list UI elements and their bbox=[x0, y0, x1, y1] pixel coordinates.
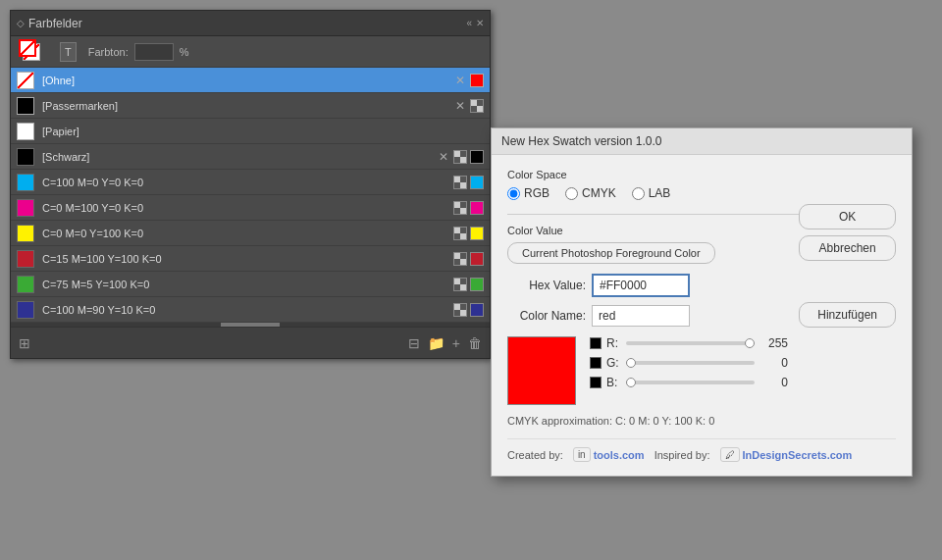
swatch-row[interactable]: [Schwarz] ✕ bbox=[11, 144, 490, 170]
sliders-area: R: 255 G: 0 bbox=[590, 336, 788, 395]
color-value-label: Color Value bbox=[507, 225, 788, 236]
fill-stroke-area bbox=[19, 39, 50, 65]
swatch-name: [Ohne] bbox=[42, 75, 453, 86]
swatch-row[interactable]: C=100 M=90 Y=10 K=0 bbox=[11, 297, 490, 323]
swatch-color-none bbox=[17, 72, 34, 89]
new-swatch-icon[interactable]: 📁 bbox=[428, 335, 445, 351]
cancel-button[interactable]: Abbrechen bbox=[799, 235, 896, 261]
creator-link[interactable]: tools.com bbox=[594, 449, 645, 461]
swatch-grid-icon bbox=[453, 176, 467, 189]
inspirer-logo: 🖊 InDesignSecrets.com bbox=[720, 447, 853, 462]
swatch-icons: ✕ bbox=[453, 74, 484, 87]
swatch-color bbox=[17, 301, 34, 319]
radio-lab[interactable]: LAB bbox=[632, 186, 671, 200]
g-thumb[interactable] bbox=[626, 358, 636, 368]
swatch-grid-icon bbox=[453, 201, 467, 215]
r-track[interactable] bbox=[626, 341, 755, 345]
swatch-row[interactable]: [Ohne] ✕ bbox=[11, 68, 490, 93]
creator-badge: in bbox=[573, 447, 591, 462]
farbfelder-panel: ◇ Farbfelder « ✕ T Farbton: % [Ohne] ✕ bbox=[10, 10, 491, 359]
swatch-row[interactable]: C=100 M=0 Y=0 K=0 bbox=[11, 170, 490, 195]
swatch-row[interactable]: C=75 M=5 Y=100 K=0 bbox=[11, 272, 490, 297]
swatch-color-icon bbox=[470, 227, 484, 240]
farbton-label: Farbton: bbox=[88, 46, 129, 58]
swatch-name: C=100 M=0 Y=0 K=0 bbox=[42, 177, 453, 188]
b-color-box bbox=[590, 377, 602, 388]
swatch-row[interactable]: [Papier] bbox=[11, 119, 490, 144]
add-button[interactable]: Hinzufügen bbox=[799, 302, 896, 328]
swatch-color-icon bbox=[470, 252, 484, 266]
radio-rgb-input[interactable] bbox=[507, 187, 520, 200]
footer-right: ⊟ 📁 + 🗑 bbox=[408, 335, 482, 351]
radio-cmyk[interactable]: CMYK bbox=[565, 186, 616, 200]
swatch-color-icon bbox=[470, 201, 484, 215]
swatch-name: C=0 M=100 Y=0 K=0 bbox=[42, 202, 453, 214]
new-group-icon[interactable]: ⊟ bbox=[408, 335, 420, 351]
swatch-color bbox=[17, 225, 34, 242]
ok-button[interactable]: OK bbox=[799, 204, 896, 229]
dialog-title: New Hex Swatch version 1.0.0 bbox=[501, 134, 661, 148]
inspirer-badge: 🖊 bbox=[720, 447, 740, 462]
swatch-icons bbox=[453, 278, 484, 291]
swatch-color bbox=[17, 199, 34, 217]
swatch-name: C=75 M=5 Y=100 K=0 bbox=[42, 279, 453, 290]
swatch-name: [Passermarken] bbox=[42, 100, 453, 112]
swatch-grid-icon bbox=[453, 278, 467, 291]
swatch-icons bbox=[453, 227, 484, 240]
slider-row-g: G: 0 bbox=[590, 356, 788, 370]
swatch-row[interactable]: [Passermarken] ✕ bbox=[11, 93, 490, 119]
delete-swatch-icon[interactable]: 🗑 bbox=[468, 335, 482, 351]
swatch-color-icon bbox=[470, 278, 484, 291]
swatch-color bbox=[17, 174, 34, 191]
swatch-row[interactable]: C=0 M=0 Y=100 K=0 bbox=[11, 221, 490, 246]
panel-pages-icon[interactable]: ⊞ bbox=[19, 335, 30, 351]
created-by-label: Created by: bbox=[507, 449, 563, 461]
swatch-x-icon: ✕ bbox=[453, 99, 467, 113]
swatch-name: C=100 M=90 Y=10 K=0 bbox=[42, 304, 453, 316]
r-thumb[interactable] bbox=[745, 338, 755, 348]
color-name-label: Color Name: bbox=[507, 309, 586, 323]
name-field-row: Color Name: bbox=[507, 305, 788, 327]
b-thumb[interactable] bbox=[626, 378, 636, 387]
collapse-icon[interactable]: « bbox=[466, 18, 472, 28]
swatch-row[interactable]: C=0 M=100 Y=0 K=0 bbox=[11, 195, 490, 221]
g-track[interactable] bbox=[626, 361, 755, 365]
b-value: 0 bbox=[760, 376, 788, 389]
percent-input[interactable] bbox=[134, 43, 174, 61]
color-preview-section: R: 255 G: 0 bbox=[507, 336, 788, 405]
fill-color-box[interactable] bbox=[19, 39, 36, 57]
cmyk-approximation: CMYK approximation: C: 0 M: 0 Y: 100 K: … bbox=[507, 415, 896, 427]
panel-controls: « ✕ bbox=[466, 18, 484, 28]
swatch-color-registration bbox=[17, 97, 34, 115]
panel-title: Farbfelder bbox=[28, 17, 466, 30]
swatch-name: [Papier] bbox=[42, 126, 484, 137]
slider-row-r: R: 255 bbox=[590, 336, 788, 350]
fg-color-button[interactable]: Current Photoshop Foreground Color bbox=[507, 242, 715, 264]
hex-input[interactable] bbox=[592, 274, 690, 297]
swatch-color-icon bbox=[470, 74, 484, 87]
swatch-grid-icon bbox=[453, 303, 467, 317]
slider-row-b: B: 0 bbox=[590, 376, 788, 389]
credits-section: Created by: in tools.com Inspired by: 🖊 … bbox=[507, 438, 896, 462]
radio-rgb[interactable]: RGB bbox=[507, 186, 550, 200]
b-track[interactable] bbox=[626, 381, 755, 384]
inspirer-link[interactable]: InDesignSecrets.com bbox=[743, 449, 853, 461]
b-label: B: bbox=[606, 376, 622, 389]
swatch-color-icon bbox=[470, 176, 484, 189]
swatch-name: C=0 M=0 Y=100 K=0 bbox=[42, 228, 453, 239]
g-label: G: bbox=[606, 356, 622, 370]
panel-footer: ⊞ ⊟ 📁 + 🗑 bbox=[11, 327, 490, 358]
swatch-color-icon bbox=[470, 150, 484, 164]
radio-cmyk-input[interactable] bbox=[565, 187, 578, 200]
swatch-x-icon: ✕ bbox=[437, 150, 450, 164]
add-swatch-icon[interactable]: + bbox=[452, 335, 460, 351]
radio-lab-label: LAB bbox=[649, 186, 671, 200]
color-space-section: Color Space RGB CMYK LAB bbox=[507, 169, 788, 200]
g-color-box bbox=[590, 357, 602, 369]
swatch-row[interactable]: C=15 M=100 Y=100 K=0 bbox=[11, 246, 490, 272]
swatch-name: [Schwarz] bbox=[42, 151, 437, 163]
color-name-input[interactable] bbox=[592, 305, 690, 327]
text-button[interactable]: T bbox=[60, 42, 77, 62]
radio-lab-input[interactable] bbox=[632, 187, 645, 200]
close-icon[interactable]: ✕ bbox=[476, 18, 484, 28]
